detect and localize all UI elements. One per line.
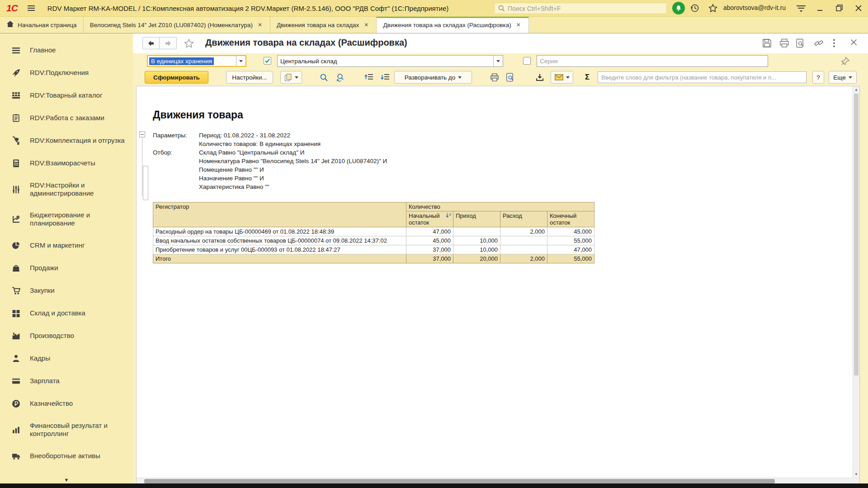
value-cell[interactable]: 37,000 [406, 245, 453, 254]
help-button[interactable]: ? [812, 71, 824, 84]
value-cell[interactable]: 10,000 [453, 245, 500, 254]
value-cell[interactable] [500, 236, 547, 245]
sidebar-scroll-down-icon[interactable]: ▼ [0, 477, 133, 483]
series-checkbox[interactable] [523, 57, 531, 65]
quick-filter-input[interactable] [598, 71, 807, 83]
tab-3[interactable]: Движения товара на складах (Расшифровка)… [377, 17, 528, 33]
save-file-download-icon[interactable] [533, 71, 547, 84]
total-row[interactable]: Итого37,00020,0002,00055,000 [153, 254, 594, 263]
scroll-down-icon[interactable]: ▼ [853, 471, 859, 478]
sidebar-item-handtruck[interactable]: RDV:Комплектация и отгрузка [0, 129, 133, 152]
notifications-bell-icon[interactable] [672, 2, 685, 14]
value-cell[interactable]: 45,000 [547, 227, 594, 236]
table-row[interactable]: Расходный ордер на товары ЦБ-00000469 от… [153, 227, 594, 236]
value-cell[interactable] [453, 227, 500, 236]
column-header-registrar[interactable]: Регистратор [153, 202, 406, 227]
scroll-up-icon[interactable]: ▲ [853, 86, 859, 93]
units-combo[interactable]: В единицах хранения [147, 55, 246, 67]
sidebar-item-cart[interactable]: Закупки [0, 279, 133, 302]
value-cell[interactable]: 47,000 [406, 227, 453, 236]
report-variants-button[interactable] [280, 71, 302, 84]
tab-close-icon[interactable]: ✕ [256, 21, 264, 29]
restore-window-icon[interactable] [835, 4, 844, 12]
sidebar-item-calculator[interactable]: RDV:Взаиморасчеты [0, 152, 133, 174]
send-email-button[interactable] [551, 71, 573, 84]
find-icon[interactable] [316, 71, 331, 84]
tab-close-icon[interactable]: ✕ [515, 21, 522, 29]
column-header-expense[interactable]: Расход [500, 211, 547, 227]
sidebar-item-sliders[interactable]: RDV:Настройки и администрирование [0, 174, 133, 204]
preview-icon[interactable] [796, 38, 805, 48]
column-header-closing-balance[interactable]: Конечный остаток [547, 211, 594, 227]
current-user[interactable]: aborovtsova@rdv-it.ru [723, 4, 786, 11]
column-header-opening-balance[interactable]: Начальный остаток [406, 211, 453, 227]
value-cell[interactable] [500, 245, 547, 254]
sidebar-item-rocket[interactable]: RDV:Подключения [0, 61, 133, 84]
value-cell[interactable]: 10,000 [453, 236, 500, 245]
generate-report-button[interactable]: Сформировать [145, 71, 208, 84]
sidebar-item-pie[interactable]: CRM и маркетинг [0, 234, 133, 257]
registrar-cell[interactable]: Приобретение товаров и услуг 00ЦБ-000093… [153, 245, 406, 254]
service-menu-icon[interactable] [796, 4, 807, 13]
sidebar-item-person[interactable]: Кадры [0, 347, 133, 370]
more-button[interactable]: Еще [829, 71, 857, 84]
sidebar-item-card[interactable]: Зарплата [0, 370, 133, 392]
sidebar-item-factory[interactable]: Производство [0, 324, 133, 347]
expand-groups-icon[interactable] [378, 71, 392, 84]
tab-home[interactable]: Начальная страница [0, 17, 84, 33]
sidebar-item-orders[interactable]: RDV:Работа с заказами [0, 107, 133, 129]
horizontal-scrollbar-thumb[interactable] [144, 479, 775, 483]
sort-descending-icon[interactable] [446, 213, 452, 220]
table-row[interactable]: Приобретение товаров и услуг 00ЦБ-000093… [153, 245, 594, 254]
find-next-icon[interactable] [333, 71, 348, 84]
warehouse-combo-dropdown-icon[interactable] [493, 56, 503, 66]
add-favorite-star-icon[interactable] [184, 38, 194, 49]
table-row[interactable]: Ввод начальных остатков собственных това… [153, 236, 594, 245]
column-header-income[interactable]: Приход [453, 211, 500, 227]
print-preview-icon[interactable] [503, 71, 517, 84]
tab-1[interactable]: Велосипед Stels 14" Jet Z010 (LU087402) … [84, 17, 270, 33]
collapse-groups-icon[interactable] [362, 71, 376, 84]
main-menu-icon[interactable] [28, 5, 35, 11]
warehouse-checkbox[interactable] [264, 57, 271, 65]
close-window-icon[interactable] [854, 4, 863, 12]
sidebar-item-bars[interactable]: Финансовый результат и контроллинг [0, 415, 133, 445]
search-input[interactable] [508, 5, 663, 12]
forward-button[interactable] [160, 37, 177, 49]
sidebar-item-blocks[interactable]: Склад и доставка [0, 302, 133, 324]
vertical-scrollbar[interactable]: ▲ ▼ [853, 86, 859, 478]
value-cell[interactable]: 47,000 [547, 245, 594, 254]
column-header-quantity[interactable]: Количество [406, 202, 594, 211]
save-icon[interactable] [762, 38, 772, 48]
sidebar-item-catalog[interactable]: RDV:Товарный каталог [0, 84, 133, 107]
value-cell[interactable]: 2,000 [500, 227, 547, 236]
history-icon[interactable] [690, 3, 700, 13]
more-actions-kebab-icon[interactable] [833, 38, 835, 48]
get-link-icon[interactable] [814, 38, 824, 48]
sidebar-item-bag[interactable]: Продажи [0, 257, 133, 279]
autosum-icon[interactable]: Σ [581, 71, 594, 84]
favorites-star-icon[interactable] [708, 3, 718, 13]
sidebar-item-truck[interactable]: Внеоборотные активы [0, 445, 133, 467]
units-combo-dropdown-icon[interactable] [236, 56, 245, 66]
series-input[interactable] [537, 55, 768, 67]
global-search[interactable] [494, 3, 667, 14]
value-cell[interactable]: 55,000 [547, 236, 594, 245]
sidebar-item-menu[interactable]: Главное [0, 39, 133, 61]
back-button[interactable] [142, 37, 160, 49]
value-cell[interactable]: 45,000 [406, 236, 453, 245]
expand-to-level-button[interactable]: Разворачивать до [394, 71, 472, 84]
warehouse-combo[interactable]: Центральный склад [277, 55, 503, 67]
pin-panel-icon[interactable] [841, 56, 850, 66]
minimize-window-icon[interactable] [816, 2, 824, 14]
print-icon[interactable] [779, 38, 789, 48]
sidebar-item-ruble[interactable]: Казначейство [0, 392, 133, 415]
sidebar-item-planning[interactable]: Бюджетирование и планирование [0, 204, 133, 234]
tab-2[interactable]: Движения товара на складах✕ [270, 17, 377, 33]
registrar-cell[interactable]: Расходный ордер на товары ЦБ-00000469 от… [153, 227, 406, 236]
collapse-group-minus-icon[interactable] [139, 131, 145, 137]
vertical-scrollbar-thumb[interactable] [854, 94, 859, 375]
close-report-icon[interactable] [850, 38, 858, 46]
settings-button[interactable]: Настройки... [226, 71, 273, 84]
tab-close-icon[interactable]: ✕ [363, 21, 370, 29]
